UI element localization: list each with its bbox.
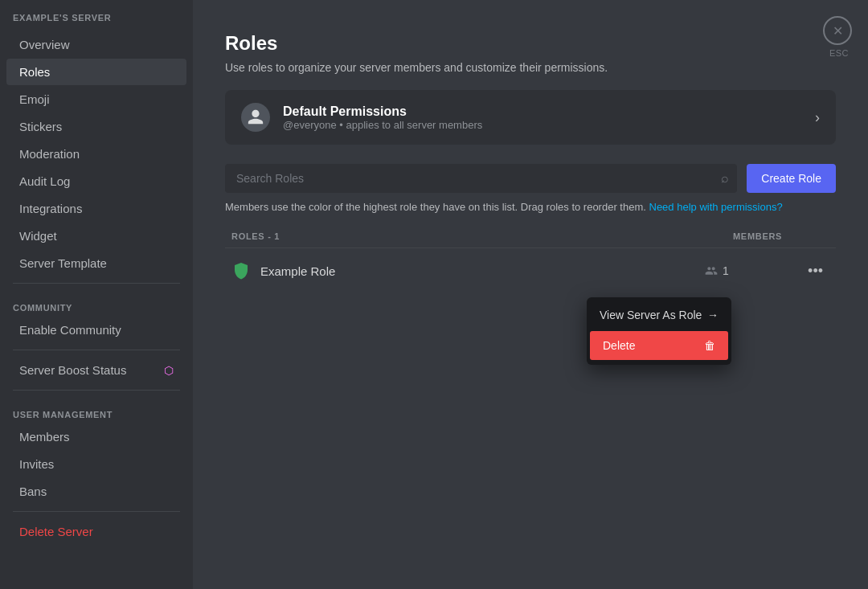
sidebar-item-server-template[interactable]: Server Template <box>6 250 186 276</box>
sidebar-item-enable-community[interactable]: Enable Community <box>6 317 186 343</box>
sidebar-divider <box>13 283 180 284</box>
search-input[interactable] <box>225 164 737 193</box>
main-content: ✕ ESC Roles Use roles to organize your s… <box>193 0 868 589</box>
sidebar-divider-2 <box>13 350 180 350</box>
trash-icon: 🗑 <box>704 339 715 352</box>
chevron-right-icon: › <box>815 109 820 126</box>
ctx-delete[interactable]: Delete 🗑 <box>590 331 728 360</box>
ctx-view-server-as-role[interactable]: View Server As Role → <box>587 301 731 329</box>
col-members-header: MEMBERS <box>733 231 829 241</box>
sidebar-item-roles[interactable]: Roles <box>6 59 186 85</box>
default-permissions-icon <box>241 103 270 132</box>
members-count-value: 1 <box>723 264 729 277</box>
page-title: Roles <box>225 32 836 55</box>
community-section-label: COMMUNITY <box>0 290 193 316</box>
sidebar-item-invites[interactable]: Invites <box>6 451 186 477</box>
sidebar-item-moderation[interactable]: Moderation <box>6 141 186 167</box>
default-permissions-card[interactable]: Default Permissions @everyone • applies … <box>225 90 836 145</box>
help-text: Members use the color of the highest rol… <box>225 199 836 215</box>
sidebar: EXAMPLE'S SERVER Overview Roles Emoji St… <box>0 0 193 589</box>
ctx-arrow-icon: → <box>707 309 719 321</box>
boost-icon: ⬡ <box>164 364 174 377</box>
members-icon <box>705 264 718 277</box>
user-management-section-label: USER MANAGEMENT <box>0 397 193 423</box>
ctx-view-label: View Server As Role <box>600 309 702 321</box>
esc-label: ESC <box>829 48 849 58</box>
context-menu: View Server As Role → Delete 🗑 <box>587 297 731 365</box>
sidebar-item-server-boost[interactable]: Server Boost Status ⬡ <box>6 357 186 383</box>
close-button[interactable]: ✕ <box>823 16 852 45</box>
sidebar-divider-3 <box>13 390 180 391</box>
sidebar-item-stickers[interactable]: Stickers <box>6 113 186 140</box>
roles-table-header: ROLES - 1 MEMBERS <box>225 231 836 248</box>
sidebar-item-integrations[interactable]: Integrations <box>6 195 186 222</box>
sidebar-divider-4 <box>13 511 180 512</box>
table-row: Example Role 1 ••• <box>225 252 836 291</box>
default-permissions-name: Default Permissions <box>283 104 815 119</box>
create-role-button[interactable]: Create Role <box>747 164 836 193</box>
search-create-row: ⌕ Create Role <box>225 164 836 193</box>
role-more-button[interactable]: ••• <box>801 260 829 283</box>
sidebar-item-overview[interactable]: Overview <box>6 31 186 58</box>
page-subtitle: Use roles to organize your server member… <box>225 61 836 74</box>
search-wrapper: ⌕ <box>225 164 737 193</box>
sidebar-item-audit-log[interactable]: Audit Log <box>6 168 186 194</box>
sidebar-item-delete-server[interactable]: Delete Server <box>6 518 186 545</box>
search-icon: ⌕ <box>721 171 729 186</box>
sidebar-item-members[interactable]: Members <box>6 423 186 450</box>
server-boost-label: Server Boost Status <box>19 363 126 377</box>
role-name: Example Role <box>260 264 705 278</box>
col-role-header: ROLES - 1 <box>231 231 733 241</box>
default-permissions-sub: @everyone • applies to all server member… <box>283 119 815 131</box>
ctx-delete-label: Delete <box>603 339 635 352</box>
sidebar-item-widget[interactable]: Widget <box>6 223 186 249</box>
role-shield-icon <box>231 261 251 280</box>
server-name: EXAMPLE'S SERVER <box>0 13 193 31</box>
role-members-count: 1 <box>705 264 801 277</box>
sidebar-item-emoji[interactable]: Emoji <box>6 86 186 112</box>
permissions-help-link[interactable]: Need help with permissions? <box>649 201 783 213</box>
sidebar-item-bans[interactable]: Bans <box>6 478 186 505</box>
default-permissions-text: Default Permissions @everyone • applies … <box>283 104 815 131</box>
